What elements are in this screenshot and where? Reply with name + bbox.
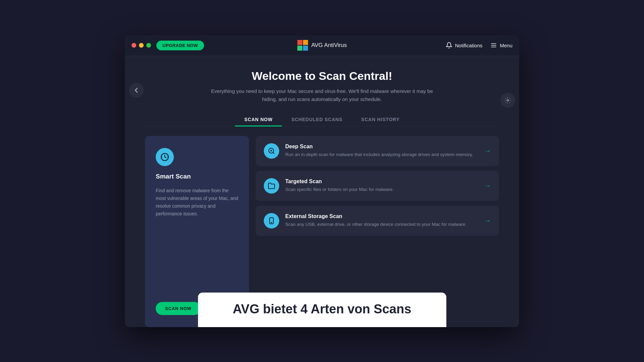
deep-scan-info: Deep Scan Run an in-depth scan for malwa… — [285, 144, 478, 158]
targeted-scan-item[interactable]: Targeted Scan Scan specific files or fol… — [256, 171, 499, 201]
targeted-scan-info: Targeted Scan Scan specific files or fol… — [285, 178, 478, 193]
bottom-banner: AVG bietet 4 Arten von Scans — [198, 293, 446, 327]
tab-scan-now[interactable]: SCAN NOW — [235, 113, 282, 126]
svg-line-12 — [273, 152, 274, 154]
svg-rect-1 — [303, 40, 308, 45]
deep-scan-desc: Run an in-depth scan for malware that in… — [285, 151, 478, 158]
notifications-button[interactable]: Notifications — [446, 42, 483, 49]
traffic-lights — [132, 43, 151, 48]
deep-scan-title: Deep Scan — [285, 144, 478, 150]
settings-button[interactable] — [500, 93, 515, 108]
tab-scan-history[interactable]: SCAN HISTORY — [352, 113, 409, 126]
svg-rect-3 — [303, 46, 308, 51]
svg-rect-0 — [297, 40, 302, 45]
svg-rect-2 — [297, 46, 302, 51]
external-scan-item[interactable]: External Storage Scan Scan any USB, exte… — [256, 206, 499, 236]
app-window: UPGRADE NOW AVG AntiVirus Notifications — [125, 35, 519, 327]
menu-label: Menu — [500, 43, 512, 48]
main-content: Welcome to Scan Central! Everything you … — [125, 56, 519, 327]
maximize-button[interactable] — [146, 43, 151, 48]
deep-scan-arrow: → — [484, 147, 491, 155]
tab-scheduled-scans[interactable]: SCHEDULED SCANS — [282, 113, 352, 126]
close-button[interactable] — [132, 43, 136, 48]
svg-point-17 — [271, 222, 272, 223]
bottom-banner-text: AVG bietet 4 Arten von Scans — [211, 302, 433, 316]
smart-scan-button[interactable]: SCAN NOW — [156, 302, 201, 315]
svg-point-7 — [507, 99, 509, 101]
gear-icon — [504, 97, 511, 104]
notifications-label: Notifications — [455, 43, 483, 48]
targeted-scan-desc: Scan specific files or folders on your M… — [285, 186, 478, 193]
external-scan-desc: Scan any USB, external drive, or other s… — [285, 221, 478, 228]
minimize-button[interactable] — [139, 43, 144, 48]
external-scan-info: External Storage Scan Scan any USB, exte… — [285, 213, 478, 228]
smart-scan-icon — [156, 148, 174, 166]
titlebar-center: AVG AntiVirus — [297, 40, 347, 51]
titlebar: UPGRADE NOW AVG AntiVirus Notifications — [125, 35, 519, 56]
app-logo — [297, 40, 308, 51]
targeted-scan-arrow: → — [484, 182, 491, 190]
page-subtitle: Everything you need to keep your Mac sec… — [208, 87, 436, 103]
external-scan-arrow: → — [484, 217, 491, 224]
titlebar-right: Notifications Menu — [446, 42, 512, 49]
external-scan-title: External Storage Scan — [285, 213, 478, 219]
deep-scan-item[interactable]: Deep Scan Run an in-depth scan for malwa… — [256, 136, 499, 166]
upgrade-button[interactable]: UPGRADE NOW — [156, 41, 204, 50]
tabs: SCAN NOW SCHEDULED SCANS SCAN HISTORY — [145, 113, 499, 126]
targeted-scan-title: Targeted Scan — [285, 178, 478, 185]
bell-icon — [446, 42, 452, 49]
smart-scan-description: Find and remove malware from the most vu… — [156, 187, 238, 218]
smart-scan-title: Smart Scan — [156, 173, 238, 180]
external-scan-icon — [264, 213, 279, 228]
menu-button[interactable]: Menu — [490, 42, 512, 49]
nav-back-button[interactable] — [129, 83, 144, 98]
app-name: AVG AntiVirus — [311, 42, 347, 49]
targeted-scan-icon — [264, 178, 279, 194]
page-title: Welcome to Scan Central! — [252, 69, 392, 83]
menu-icon — [490, 42, 497, 49]
deep-scan-icon — [264, 143, 279, 159]
